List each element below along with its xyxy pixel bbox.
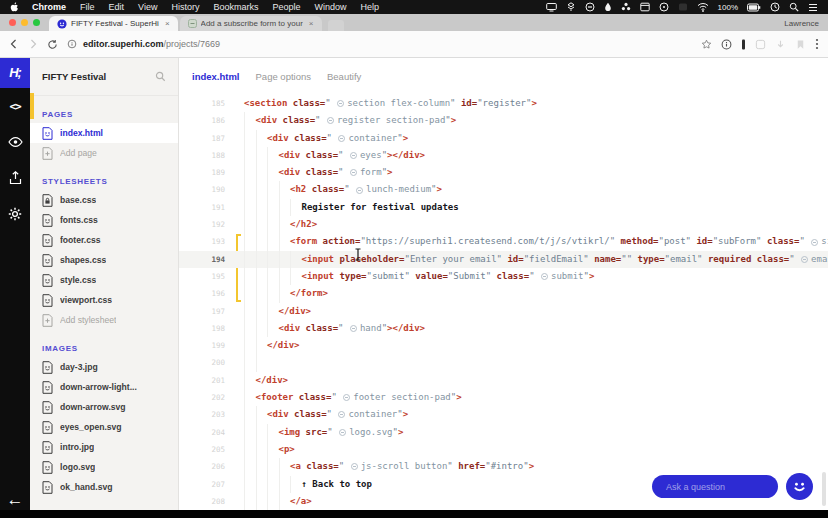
- extension-disabled-icon[interactable]: [755, 39, 766, 50]
- minimize-window-button[interactable]: [21, 19, 28, 26]
- menu-item-chrome[interactable]: Chrome: [25, 2, 73, 12]
- editor-tab-filename[interactable]: index.html: [192, 71, 240, 82]
- beautify-button[interactable]: Beautify: [327, 71, 361, 82]
- code-line-188[interactable]: 188<div class=" eyes"></div>: [179, 147, 828, 164]
- code-line-196[interactable]: 196</form>: [179, 285, 828, 302]
- address-bar[interactable]: editor.superhi.com/projects/7669: [67, 39, 692, 49]
- code-line-192[interactable]: 192</h2>: [179, 216, 828, 233]
- code-line-203[interactable]: 203<div class=" container">: [179, 406, 828, 423]
- bookmark-star-icon[interactable]: [701, 39, 712, 50]
- code-line-206[interactable]: 206<a class=" js-scroll button" href="#i…: [179, 458, 828, 475]
- class-toggle-icon[interactable]: [338, 411, 345, 418]
- help-smiley-button[interactable]: [786, 473, 813, 500]
- menu-item-people[interactable]: People: [265, 2, 307, 12]
- sidebar-item-add-page[interactable]: Add page: [30, 143, 178, 163]
- reload-icon[interactable]: [47, 39, 58, 50]
- rail-code-button[interactable]: <>: [0, 88, 30, 124]
- sidebar-item-index-html[interactable]: index.html: [30, 123, 178, 143]
- new-tab-button[interactable]: [328, 20, 344, 31]
- sidebar-item-viewport-css[interactable]: viewport.css: [30, 290, 178, 310]
- code-line-190[interactable]: 190<h2 class=" lunch-medium">: [179, 181, 828, 198]
- code-line-204[interactable]: 204<img src=" logo.svg">: [179, 424, 828, 441]
- scrollbar[interactable]: [822, 472, 826, 506]
- code-line-187[interactable]: 187<div class=" container">: [179, 130, 828, 147]
- browser-tab[interactable]: FIFTY Festival - SuperHi×: [49, 16, 178, 31]
- code-line-199[interactable]: 199</div>: [179, 337, 828, 354]
- code-line-201[interactable]: 201</div>: [179, 372, 828, 389]
- browser-tab[interactable]: Add a subscribe form to your×: [180, 16, 322, 31]
- display-icon[interactable]: [546, 2, 557, 12]
- code-line-186[interactable]: 186<div class=" register section-pad">: [179, 112, 828, 129]
- drop-icon[interactable]: [604, 2, 612, 12]
- back-arrow-button[interactable]: ←: [0, 491, 30, 508]
- class-toggle-icon[interactable]: [541, 273, 548, 280]
- class-toggle-icon[interactable]: [337, 100, 344, 107]
- rail-preview-button[interactable]: [0, 124, 30, 160]
- back-icon[interactable]: [9, 39, 19, 49]
- apple-logo-icon[interactable]: [10, 2, 19, 13]
- clock-icon[interactable]: [770, 2, 780, 12]
- code-line-202[interactable]: 202<footer class=" footer section-pad">: [179, 389, 828, 406]
- dropbox-icon[interactable]: [566, 2, 576, 12]
- code-line-194[interactable]: 194<input placeholder="Enter your email"…: [179, 251, 828, 268]
- extension-info-icon[interactable]: [721, 39, 732, 50]
- close-window-button[interactable]: [9, 19, 16, 26]
- zoom-window-button[interactable]: [33, 19, 40, 26]
- circle-icon[interactable]: [659, 2, 669, 12]
- petal-icon[interactable]: [621, 2, 631, 12]
- sidebar-item-eyes-open-svg[interactable]: eyes_open.svg: [30, 417, 178, 437]
- menu-item-bookmarks[interactable]: Bookmarks: [206, 2, 265, 12]
- sidebar-item-day-3-jpg[interactable]: day-3.jpg: [30, 357, 178, 377]
- class-toggle-icon[interactable]: [327, 117, 334, 124]
- kebab-menu-icon[interactable]: [815, 38, 819, 50]
- menu-item-history[interactable]: History: [164, 2, 206, 12]
- class-toggle-icon[interactable]: [339, 429, 346, 436]
- sidebar-item-down-arrow-svg[interactable]: down-arrow.svg: [30, 397, 178, 417]
- tab-close-icon[interactable]: ×: [309, 20, 314, 28]
- menu-item-edit[interactable]: Edit: [102, 2, 132, 12]
- class-toggle-icon[interactable]: [801, 256, 808, 263]
- code-line-193[interactable]: 193<form action="https://superhi1.create…: [179, 233, 828, 250]
- menu-item-file[interactable]: File: [73, 2, 102, 12]
- code-line-191[interactable]: 191Register for festival updates: [179, 199, 828, 216]
- sidebar-item-down-arrow-light-[interactable]: down-arrow-light...: [30, 377, 178, 397]
- dim-icon[interactable]: [678, 2, 688, 12]
- extension-bar-icon[interactable]: [741, 39, 746, 50]
- sidebar-item-base-css[interactable]: base.css: [30, 190, 178, 210]
- page-options-button[interactable]: Page options: [256, 71, 311, 82]
- class-toggle-icon[interactable]: [811, 239, 818, 246]
- menu-item-view[interactable]: View: [131, 2, 164, 12]
- code-line-195[interactable]: 195<input type="submit" value="Submit" c…: [179, 268, 828, 285]
- class-toggle-icon[interactable]: [343, 394, 350, 401]
- code-area[interactable]: 185<section class=" section flex-column"…: [179, 95, 828, 518]
- sidebar-item-fonts-css[interactable]: fonts.css: [30, 210, 178, 230]
- code-line-198[interactable]: 198<div class=" hand"></div>: [179, 320, 828, 337]
- class-toggle-icon[interactable]: [350, 169, 357, 176]
- extension-disabled3-icon[interactable]: [795, 39, 806, 50]
- code-line-197[interactable]: 197</div>: [179, 303, 828, 320]
- sidebar-item-ok-hand-svg[interactable]: ok_hand.svg: [30, 477, 178, 497]
- sidebar-item-style-css[interactable]: style.css: [30, 270, 178, 290]
- search-icon[interactable]: [155, 71, 166, 82]
- code-line-205[interactable]: 205<p>: [179, 441, 828, 458]
- chrome-profile-name[interactable]: Lawrence: [784, 19, 819, 28]
- class-toggle-icon[interactable]: [350, 325, 357, 332]
- sidebar-item-logo-svg[interactable]: logo.svg: [30, 457, 178, 477]
- ask-a-question-button[interactable]: Ask a question: [652, 475, 778, 498]
- wifi-icon[interactable]: [697, 2, 709, 12]
- class-toggle-icon[interactable]: [338, 135, 345, 142]
- code-line-185[interactable]: 185<section class=" section flex-column"…: [179, 95, 828, 112]
- sidebar-item-add-stylesheet[interactable]: Add stylesheet: [30, 310, 178, 330]
- class-toggle-icon[interactable]: [350, 152, 357, 159]
- rail-settings-button[interactable]: [0, 196, 30, 232]
- code-line-200[interactable]: 200: [179, 354, 828, 371]
- class-toggle-icon[interactable]: [356, 187, 363, 194]
- rail-share-button[interactable]: [0, 160, 30, 196]
- menu-item-help[interactable]: Help: [353, 2, 386, 12]
- menu-item-window[interactable]: Window: [307, 2, 353, 12]
- superhi-logo[interactable]: H;: [0, 57, 30, 88]
- sidebar-item-footer-css[interactable]: footer.css: [30, 230, 178, 250]
- sidebar-item-shapes-css[interactable]: shapes.css: [30, 250, 178, 270]
- battery-icon[interactable]: [747, 3, 761, 12]
- list-icon[interactable]: [808, 3, 818, 12]
